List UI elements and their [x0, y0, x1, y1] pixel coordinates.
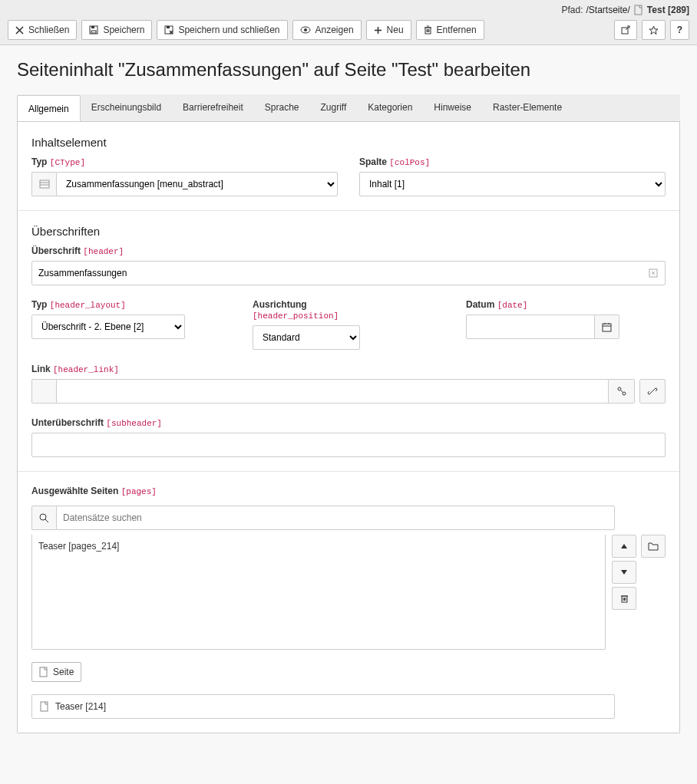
tab-hinweise[interactable]: Hinweise: [423, 94, 482, 121]
label-header-position: Ausrichtung [header_position]: [253, 299, 360, 321]
label-header-layout: Typ [header_layout]: [31, 299, 185, 310]
search-prefix: [31, 506, 56, 530]
link-toggle-button[interactable]: [609, 379, 635, 404]
svg-rect-5: [91, 31, 96, 33]
subheader-input[interactable]: [31, 433, 666, 457]
header-position-select[interactable]: Standard: [253, 325, 360, 350]
tab-sprache[interactable]: Sprache: [254, 94, 310, 121]
section-content-element: Inhaltselement: [31, 136, 666, 149]
add-page-label: Seite: [53, 667, 74, 677]
plus-icon: [374, 26, 382, 35]
page-icon: [39, 667, 48, 677]
calendar-icon: [602, 322, 612, 332]
delete-record-button[interactable]: [612, 587, 636, 610]
type-select[interactable]: Zusammenfassungen [menu_abstract]: [56, 172, 338, 196]
svg-rect-0: [635, 5, 642, 15]
date-input[interactable]: [466, 315, 595, 339]
star-icon: [649, 25, 659, 35]
link-options-icon: [616, 387, 627, 396]
close-button[interactable]: Schließen: [8, 20, 77, 40]
bookmark-button[interactable]: [642, 20, 666, 40]
remove-label: Entfernen: [437, 25, 477, 35]
new-label: Neu: [387, 25, 404, 35]
ctype-icon: [31, 172, 56, 196]
tab-zugriff[interactable]: Zugriff: [310, 94, 358, 121]
link-input[interactable]: [56, 379, 609, 404]
tab-barrierefreiheit[interactable]: Barrierefreiheit: [172, 94, 254, 121]
help-button[interactable]: ?: [670, 20, 689, 40]
header-input[interactable]: [31, 261, 666, 285]
trash-icon: [424, 25, 432, 35]
folder-icon: [648, 542, 659, 551]
tab-panel: Inhaltselement Typ [CType] Zusammenfassu…: [17, 122, 680, 733]
open-external-button[interactable]: [614, 20, 637, 40]
label-type: Typ [CType]: [31, 156, 338, 167]
view-button[interactable]: Anzeigen: [292, 20, 362, 40]
page-title: Seiteninhalt "Zusammenfassungen" auf Sei…: [17, 59, 680, 81]
svg-rect-7: [167, 26, 170, 28]
date-picker-button[interactable]: [595, 315, 619, 339]
svg-rect-47: [41, 702, 48, 711]
breadcrumb-current: Test [289]: [647, 5, 689, 15]
search-icon: [39, 513, 49, 523]
svg-point-34: [623, 392, 626, 395]
page-icon: [40, 701, 49, 712]
content-area: Seiteninhalt "Zusammenfassungen" auf Sei…: [0, 45, 697, 747]
svg-point-37: [40, 514, 46, 520]
save-close-icon: [164, 25, 173, 35]
eye-icon: [300, 26, 311, 34]
save-button[interactable]: Speichern: [81, 20, 152, 40]
external-icon: [621, 25, 630, 35]
svg-marker-39: [621, 544, 627, 548]
triangle-up-icon: [620, 543, 628, 549]
svg-rect-23: [40, 180, 49, 188]
label-subheader: Unterüberschrift [subheader]: [31, 417, 666, 428]
close-icon: [15, 26, 24, 35]
close-label: Schließen: [28, 25, 69, 35]
svg-point-11: [304, 28, 307, 31]
clear-field-icon: [649, 268, 659, 278]
tab-kategorien[interactable]: Kategorien: [357, 94, 423, 121]
new-button[interactable]: Neu: [366, 20, 411, 40]
tab-raster-elemente[interactable]: Raster-Elemente: [482, 94, 573, 121]
breadcrumb: Pfad: /Startseite/ Test [289]: [8, 5, 689, 15]
label-pages: Ausgewählte Seiten [pages]: [31, 486, 666, 496]
section-headlines: Überschriften: [31, 225, 666, 238]
tab-allgemein[interactable]: Allgemein: [17, 95, 81, 122]
link-browser-button[interactable]: [639, 379, 666, 404]
tab-bar: Allgemein Erscheinungsbild Barrierefreih…: [17, 94, 680, 122]
pages-search-input[interactable]: [56, 506, 615, 530]
save-close-button[interactable]: Speichern und schließen: [157, 20, 287, 40]
top-bar: Pfad: /Startseite/ Test [289] Schließen …: [0, 0, 697, 45]
svg-rect-46: [40, 667, 47, 677]
trash-icon: [620, 594, 629, 603]
svg-marker-40: [621, 570, 627, 575]
page-reference-label: Teaser [214]: [55, 701, 106, 712]
svg-point-33: [618, 387, 621, 390]
browse-pages-button[interactable]: [641, 535, 666, 558]
label-date: Datum [date]: [466, 299, 619, 310]
view-label: Anzeigen: [315, 25, 354, 35]
save-close-label: Speichern und schließen: [178, 25, 279, 35]
add-page-button[interactable]: Seite: [31, 662, 81, 682]
svg-rect-29: [603, 324, 611, 331]
record-item[interactable]: Teaser [pages_214]: [38, 541, 599, 552]
remove-button[interactable]: Entfernen: [416, 20, 484, 40]
move-up-button[interactable]: [612, 535, 636, 558]
tab-erscheinungsbild[interactable]: Erscheinungsbild: [81, 94, 172, 121]
move-down-button[interactable]: [612, 561, 636, 584]
svg-line-35: [620, 390, 623, 393]
header-layout-select[interactable]: Überschrift - 2. Ebene [2]: [31, 315, 185, 339]
pages-records-list[interactable]: Teaser [pages_214]: [31, 535, 606, 650]
column-select[interactable]: Inhalt [1]: [359, 172, 666, 196]
label-column: Spalte [colPos]: [359, 156, 666, 167]
svg-rect-4: [91, 26, 94, 28]
breadcrumb-link[interactable]: /Startseite/: [586, 5, 630, 15]
header-clear-button[interactable]: [643, 262, 665, 285]
svg-marker-22: [649, 26, 658, 35]
svg-line-36: [651, 390, 654, 393]
page-icon: [633, 5, 644, 15]
label-header: Überschrift [header]: [31, 245, 666, 256]
path-label: Pfad:: [561, 5, 583, 15]
page-reference-item[interactable]: Teaser [214]: [31, 694, 615, 719]
